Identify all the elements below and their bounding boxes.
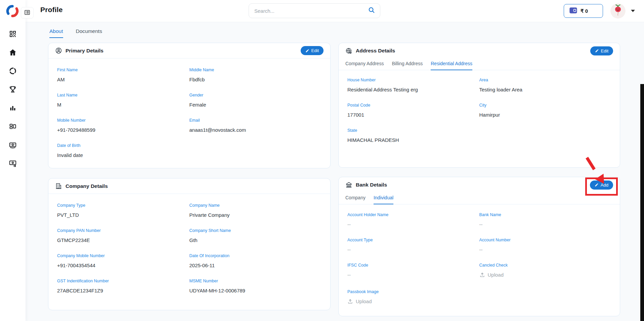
company-details-card: Company Details Company Type PVT_LTD Com… (48, 178, 331, 310)
search-icon[interactable] (368, 6, 375, 15)
field-email: Email anaas1t@novostack.com (189, 118, 322, 133)
tab-billing-address[interactable]: Billing Address (392, 59, 423, 70)
primary-edit-button[interactable]: Edit (301, 46, 324, 55)
field-gender: Gender Female (189, 93, 322, 108)
tab-about[interactable]: About (49, 28, 63, 38)
upload-icon (479, 272, 485, 278)
field-company-type: Company Type PVT_LTD (57, 203, 189, 218)
cash-icon[interactable] (9, 141, 17, 149)
globe-pin-icon (345, 47, 352, 54)
bank-icon (345, 182, 352, 189)
top-header: Profile ₹ 0 (0, 0, 644, 22)
field-passbook-image: Passbook Image Upload (347, 289, 479, 306)
upload-icon (347, 298, 353, 304)
pencil-icon (595, 183, 599, 187)
field-bank-name: Bank Name -- (479, 212, 611, 227)
bank-add-button[interactable]: Add (590, 180, 613, 190)
button-label: Add (601, 183, 608, 188)
field-last-name: Last Name M (57, 93, 189, 108)
field-city: City Hamirpur (479, 103, 611, 118)
field-msme-number: MSME Number UDYAM-MH-12-0006789 (189, 279, 322, 293)
address-details-card: Address Details Edit Company Address Bil… (338, 43, 620, 168)
field-gst-number: GST Indentification Number 27ABCDE1234F1… (57, 279, 189, 293)
menu-list-icon (24, 9, 31, 17)
field-house-number: House Number Residential Address Testing… (347, 78, 479, 92)
card-title: Address Details (356, 48, 395, 54)
upload-label: Upload (356, 298, 372, 304)
passbook-image-upload-button[interactable]: Upload (347, 298, 372, 304)
pencil-icon (305, 49, 309, 53)
tab-bank-individual[interactable]: Individual (374, 193, 393, 204)
sidebar-toggle-button[interactable] (21, 7, 34, 18)
field-cancled-check: Cancled Check Upload (479, 263, 611, 279)
button-label: Edit (601, 48, 608, 53)
wallet-button[interactable]: ₹ 0 (564, 4, 603, 18)
address-tabs: Company Address Billing Address Resident… (339, 59, 620, 70)
button-label: Edit (311, 48, 319, 53)
field-first-name: First Name AM (57, 68, 189, 82)
chevron-down-icon[interactable] (631, 10, 635, 12)
field-middle-name: Middle Name Fbdfcb (189, 68, 322, 82)
home-icon[interactable] (9, 48, 17, 56)
search-input[interactable] (254, 8, 368, 14)
scrollbar-thumb[interactable] (640, 84, 644, 321)
field-date-of-incorporation: Date Of Incorporation 2025-06-11 (189, 253, 322, 268)
field-ifsc-code: IFSC Code -- (347, 263, 479, 279)
bar-chart-icon[interactable] (9, 104, 17, 112)
field-company-short-name: Company Short Name Gth (189, 228, 322, 243)
card-title: Primary Details (66, 48, 103, 54)
field-company-pan-number: Company PAN Number GTMCP2234E (57, 228, 189, 243)
field-account-holder-name: Account Holder Name -- (347, 212, 479, 227)
card-title: Company Details (66, 183, 108, 189)
tab-residential-address[interactable]: Residential Address (431, 59, 472, 70)
tab-documents[interactable]: Documents (76, 28, 102, 38)
bank-tabs: Company Individual (339, 193, 620, 204)
tab-company-address[interactable]: Company Address (345, 59, 384, 70)
payout-icon[interactable] (9, 159, 17, 167)
pencil-icon (595, 49, 599, 53)
dashboard-icon[interactable] (9, 122, 17, 130)
progress-circle-icon[interactable] (9, 67, 17, 75)
tab-bank-company[interactable]: Company (345, 193, 366, 204)
field-date-of-birth: Date of Birth Invalid date (57, 143, 189, 158)
sidebar (0, 0, 26, 321)
wallet-balance: ₹ 0 (581, 8, 588, 14)
card-title: Bank Details (356, 182, 387, 188)
page-title: Profile (40, 6, 63, 14)
trophy-icon[interactable] (9, 85, 17, 93)
person-circle-icon (55, 47, 62, 54)
qr-code-icon[interactable] (9, 30, 17, 38)
field-mobile-number: Mobile Number +91-7029488599 (57, 118, 189, 133)
profile-tabs: About Documents (49, 28, 102, 38)
cancled-check-upload-button[interactable]: Upload (479, 272, 504, 278)
primary-details-card: Primary Details Edit First Name AM Middl… (48, 43, 331, 168)
user-avatar[interactable] (610, 3, 626, 18)
field-account-type: Account Type -- (347, 238, 479, 252)
app-logo (6, 4, 19, 18)
building-icon (55, 183, 62, 190)
bank-details-card: Bank Details Add Company Individual Acco… (338, 177, 620, 316)
field-postal-code: Postal Code 177001 (347, 103, 479, 118)
upload-label: Upload (488, 272, 504, 278)
field-company-mobile-number: Company Mobile Number +91-7004354544 (57, 253, 189, 268)
field-state: State HIMACHAL PRADESH (347, 128, 479, 143)
field-account-number: Account Number -- (479, 238, 611, 252)
field-area: Area Testing loader Area (479, 78, 611, 92)
field-company-name: Company Name Privarte Company (189, 203, 322, 218)
search-box (249, 3, 380, 18)
address-edit-button[interactable]: Edit (590, 46, 613, 55)
wallet-icon (569, 7, 577, 15)
